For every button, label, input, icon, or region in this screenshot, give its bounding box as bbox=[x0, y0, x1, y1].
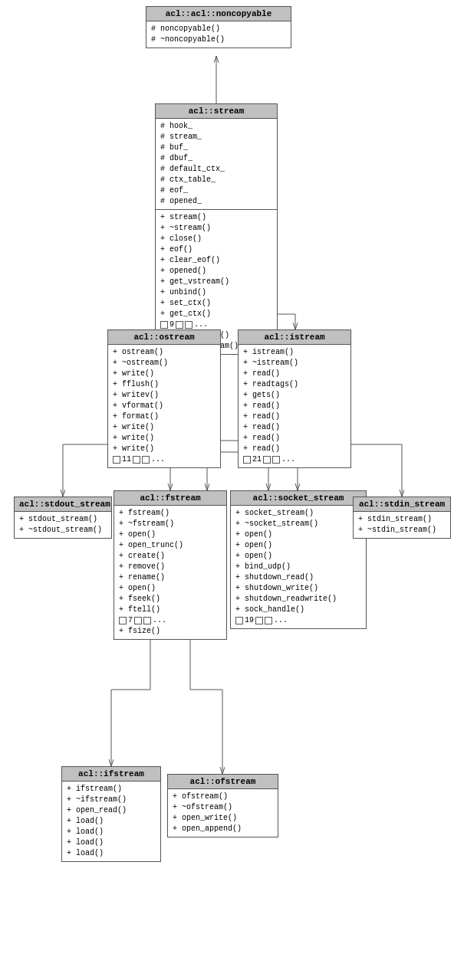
ofstream-box: acl::ofstream + ofstream() + ~ofstream()… bbox=[167, 774, 278, 837]
expand-btn-fstream[interactable] bbox=[119, 617, 127, 624]
ifstream-title: acl::ifstream bbox=[62, 767, 160, 782]
socket-stream-methods: + socket_stream() + ~socket_stream() + o… bbox=[231, 506, 366, 628]
fstream-title: acl::fstream bbox=[114, 491, 226, 506]
stdin-stream-methods: + stdin_stream() + ~stdin_stream() bbox=[354, 512, 450, 538]
istream-methods: + istream() + ~istream() + read() + read… bbox=[239, 345, 350, 467]
ofstream-title: acl::ofstream bbox=[168, 775, 278, 789]
istream-box: acl::istream + istream() + ~istream() + … bbox=[238, 329, 351, 468]
stdout-stream-methods: + stdout_stream() + ~stdout_stream() bbox=[15, 512, 111, 538]
expand-btn-stream[interactable] bbox=[160, 321, 168, 329]
ostream-box: acl::ostream + ostream() + ~ostream() + … bbox=[107, 329, 221, 468]
fstream-methods: + fstream() + ~fstream() + open() + open… bbox=[114, 506, 226, 639]
stream-title: acl::stream bbox=[156, 104, 277, 119]
stdin-stream-box: acl::stdin_stream + stdin_stream() + ~st… bbox=[353, 497, 451, 539]
expand-btn-fstream2[interactable] bbox=[134, 617, 142, 624]
ifstream-box: acl::ifstream + ifstream() + ~ifstream()… bbox=[61, 766, 161, 862]
expand-btn-stream3[interactable] bbox=[185, 321, 193, 329]
expand-btn-socket2[interactable] bbox=[255, 617, 263, 624]
noncopyable-methods: # noncopyable() # ~noncopyable() bbox=[146, 21, 291, 48]
expand-btn-socket[interactable] bbox=[235, 617, 243, 624]
expand-btn-istream2[interactable] bbox=[263, 456, 271, 464]
socket-stream-box: acl::socket_stream + socket_stream() + ~… bbox=[230, 490, 367, 629]
noncopyable-box: acl::acl::noncopyable # noncopyable() # … bbox=[146, 6, 291, 48]
socket-stream-title: acl::socket_stream bbox=[231, 491, 366, 506]
ostream-title: acl::ostream bbox=[108, 330, 220, 345]
stdin-stream-title: acl::stdin_stream bbox=[354, 497, 450, 512]
expand-btn-ostream[interactable] bbox=[113, 456, 120, 464]
diagram-container: acl::acl::noncopyable # noncopyable() # … bbox=[0, 0, 464, 980]
noncopyable-title: acl::acl::noncopyable bbox=[146, 7, 291, 21]
expand-btn-socket3[interactable] bbox=[265, 617, 272, 624]
expand-btn-istream3[interactable] bbox=[272, 456, 280, 464]
expand-btn-istream[interactable] bbox=[243, 456, 251, 464]
fstream-box: acl::fstream + fstream() + ~fstream() + … bbox=[114, 490, 227, 640]
stdout-stream-box: acl::stdout_stream + stdout_stream() + ~… bbox=[14, 497, 112, 539]
ofstream-methods: + ofstream() + ~ofstream() + open_write(… bbox=[168, 789, 278, 837]
stream-fields: # hook_ # stream_ # buf_ # dbuf_ # defau… bbox=[156, 119, 277, 210]
expand-btn-stream2[interactable] bbox=[176, 321, 183, 329]
istream-title: acl::istream bbox=[239, 330, 350, 345]
stream-box: acl::stream # hook_ # stream_ # buf_ # d… bbox=[155, 103, 278, 355]
expand-btn-ostream2[interactable] bbox=[133, 456, 140, 464]
stdout-stream-title: acl::stdout_stream bbox=[15, 497, 111, 512]
expand-btn-ostream3[interactable] bbox=[142, 456, 150, 464]
ifstream-methods: + ifstream() + ~ifstream() + open_read()… bbox=[62, 782, 160, 861]
ostream-methods: + ostream() + ~ostream() + write() + ffl… bbox=[108, 345, 220, 467]
expand-btn-fstream3[interactable] bbox=[143, 617, 151, 624]
